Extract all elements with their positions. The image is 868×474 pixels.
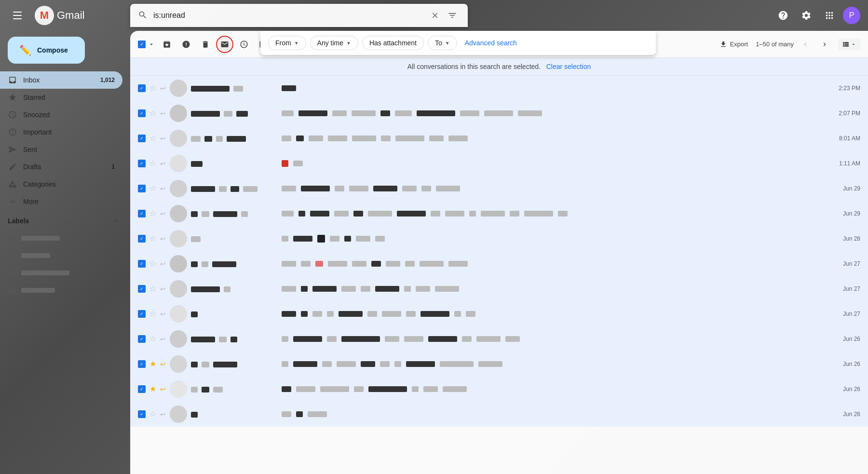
- sidebar-item-snoozed[interactable]: Snoozed: [0, 106, 122, 123]
- star-button-6[interactable]: ☆: [149, 209, 156, 218]
- email-preview-9: [282, 286, 827, 292]
- drafts-count: 1: [111, 163, 115, 170]
- any-time-filter-button[interactable]: Any time ▼: [310, 36, 358, 50]
- email-sender-2: [191, 109, 278, 117]
- from-filter-button[interactable]: From ▼: [268, 36, 306, 50]
- hamburger-menu[interactable]: [8, 6, 27, 25]
- star-button-12[interactable]: ★: [149, 359, 156, 368]
- star-button-7[interactable]: ☆: [149, 234, 156, 243]
- star-button-2[interactable]: ☆: [149, 108, 156, 118]
- export-button[interactable]: Export: [716, 39, 752, 50]
- star-button-11[interactable]: ☆: [149, 334, 156, 343]
- email-content-10: [191, 310, 827, 318]
- email-checkbox-13[interactable]: [138, 385, 146, 393]
- email-sender-6: [191, 210, 278, 217]
- email-row[interactable]: ☆ ↩ Jun 28: [130, 226, 868, 251]
- label-item-4[interactable]: [0, 282, 122, 299]
- email-content-1: [191, 84, 827, 92]
- email-checkbox-1[interactable]: [138, 84, 146, 92]
- from-filter-label: From: [275, 39, 291, 47]
- help-icon[interactable]: [773, 6, 793, 25]
- labels-section: Labels +: [0, 210, 130, 230]
- labels-add-button[interactable]: +: [109, 214, 122, 228]
- email-row[interactable]: ☆ ↩: [130, 251, 868, 276]
- label-item-2[interactable]: [0, 247, 122, 264]
- snooze-button[interactable]: [235, 36, 253, 53]
- email-row[interactable]: ☆ ↩ 2:23 PM: [130, 76, 868, 101]
- apps-icon[interactable]: [820, 6, 839, 25]
- star-button-1[interactable]: ☆: [149, 83, 156, 93]
- star-button-10[interactable]: ☆: [149, 309, 156, 318]
- label-item-1[interactable]: [0, 230, 122, 247]
- search-filter-icon[interactable]: [445, 8, 460, 23]
- sidebar-item-drafts[interactable]: Drafts 1: [0, 158, 122, 176]
- clear-selection-link[interactable]: Clear selection: [546, 63, 591, 70]
- report-spam-button[interactable]: [177, 36, 195, 53]
- email-row[interactable]: ☆ ↩: [130, 101, 868, 126]
- email-avatar-7: [170, 230, 187, 247]
- email-checkbox-14[interactable]: [138, 410, 146, 418]
- star-button-5[interactable]: ☆: [149, 184, 156, 193]
- prev-page-button[interactable]: [798, 37, 813, 52]
- archive-button[interactable]: [158, 36, 176, 53]
- star-button-8[interactable]: ☆: [149, 259, 156, 268]
- settings-icon[interactable]: [797, 6, 816, 25]
- star-button-9[interactable]: ☆: [149, 284, 156, 293]
- next-page-button[interactable]: [817, 37, 832, 52]
- search-input[interactable]: [153, 11, 427, 20]
- email-checkbox-5[interactable]: [138, 185, 146, 192]
- email-checkbox-12[interactable]: [138, 360, 146, 368]
- email-row[interactable]: ☆ ↩: [130, 326, 868, 352]
- reply-icon-9: ↩: [160, 285, 166, 293]
- compose-button[interactable]: ✏️ Compose: [8, 37, 85, 64]
- mark-as-read-button[interactable]: [216, 36, 233, 53]
- svg-point-2: [13, 185, 16, 188]
- sidebar-item-inbox[interactable]: Inbox 1,012: [0, 71, 122, 89]
- star-button-3[interactable]: ☆: [149, 134, 156, 143]
- email-preview-3: [282, 135, 827, 141]
- email-row[interactable]: ☆ ↩: [130, 176, 868, 201]
- select-all-checkbox[interactable]: [138, 41, 146, 48]
- user-avatar[interactable]: P: [843, 7, 860, 24]
- email-checkbox-7[interactable]: [138, 235, 146, 243]
- star-button-4[interactable]: ☆: [149, 159, 156, 168]
- email-row[interactable]: ★ ↩ Jun 26: [130, 377, 868, 402]
- star-button-13[interactable]: ★: [149, 384, 156, 393]
- email-checkbox-6[interactable]: [138, 210, 146, 217]
- sidebar-item-starred[interactable]: Starred: [0, 89, 122, 106]
- email-row[interactable]: ★ ↩: [130, 352, 868, 377]
- has-attachment-button[interactable]: Has attachment: [362, 36, 424, 50]
- email-checkbox-2[interactable]: [138, 109, 146, 117]
- email-checkbox-4[interactable]: [138, 160, 146, 167]
- view-mode-button[interactable]: [838, 39, 860, 50]
- to-filter-button[interactable]: To ▼: [428, 36, 457, 50]
- email-checkbox-11[interactable]: [138, 335, 146, 343]
- label-name-3: [21, 271, 69, 275]
- email-row[interactable]: ☆ ↩ Jun 27: [130, 276, 868, 301]
- toolbar-right: Export 1–50 of many: [716, 37, 860, 52]
- email-checkbox-3[interactable]: [138, 135, 146, 142]
- email-content-2: [191, 109, 827, 117]
- label-color-1: [8, 234, 15, 242]
- svg-text:M: M: [40, 9, 49, 21]
- email-row[interactable]: ☆ ↩: [130, 126, 868, 151]
- email-row[interactable]: ☆ ↩ Jun 26: [130, 402, 868, 427]
- sidebar-item-categories[interactable]: Categories: [0, 176, 122, 193]
- email-row[interactable]: ☆ ↩: [130, 301, 868, 326]
- advanced-search-link[interactable]: Advanced search: [465, 39, 517, 47]
- email-row[interactable]: ☆ ↩: [130, 201, 868, 226]
- label-item-3[interactable]: [0, 264, 122, 282]
- sidebar-item-important[interactable]: Important: [0, 123, 122, 141]
- select-dropdown-button[interactable]: [147, 36, 156, 53]
- search-clear-button[interactable]: [427, 8, 443, 23]
- sidebar-item-sent[interactable]: Sent: [0, 141, 122, 158]
- star-button-14[interactable]: ☆: [149, 409, 156, 419]
- email-checkbox-9[interactable]: [138, 285, 146, 293]
- email-checkbox-8[interactable]: [138, 260, 146, 268]
- email-checkbox-10[interactable]: [138, 310, 146, 318]
- email-avatar-14: [170, 406, 187, 423]
- email-row[interactable]: ☆ ↩ 1:11 AM: [130, 151, 868, 176]
- sidebar-item-more[interactable]: More: [0, 193, 122, 210]
- delete-button[interactable]: [197, 36, 214, 53]
- email-date-11: Jun 26: [831, 336, 860, 342]
